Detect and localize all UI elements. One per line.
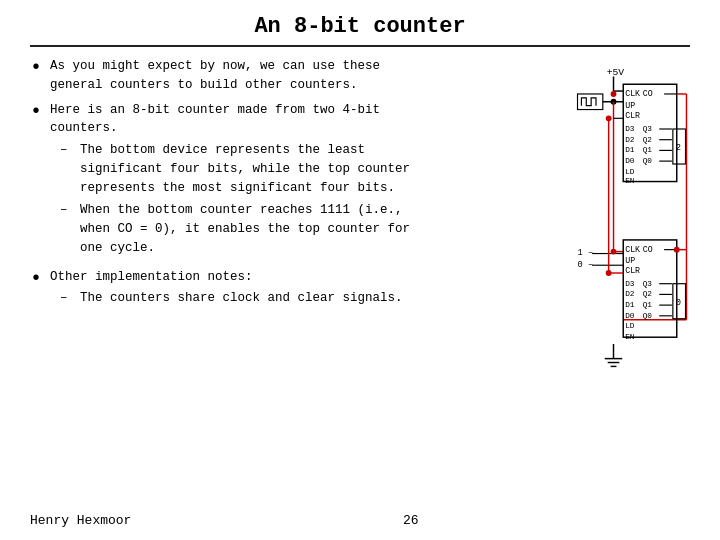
svg-text:D0: D0	[625, 312, 635, 320]
svg-text:UP: UP	[625, 101, 635, 110]
circuit-diagram: +5V CLK CO UP CLR D3 Q3	[430, 57, 690, 417]
svg-text:Q3: Q3	[643, 280, 653, 288]
svg-text:EN: EN	[625, 177, 635, 185]
svg-point-28	[611, 91, 617, 97]
svg-text:Q1: Q1	[643, 301, 653, 309]
sub-list: – The counters share clock and clear sig…	[50, 289, 414, 308]
svg-text:CLK: CLK	[625, 89, 640, 98]
dash-icon: –	[60, 289, 74, 308]
svg-text:D1: D1	[625, 146, 635, 154]
svg-text:Q2: Q2	[643, 290, 653, 298]
svg-text:0 –: 0 –	[578, 260, 594, 270]
svg-point-61	[611, 249, 617, 255]
slide-page: An 8-bit counter • As you might expect b…	[0, 0, 720, 540]
svg-text:D1: D1	[625, 301, 635, 309]
diagram-area: +5V CLK CO UP CLR D3 Q3	[430, 57, 690, 503]
svg-text:Q0: Q0	[643, 312, 653, 320]
svg-text:Q0: Q0	[643, 157, 653, 165]
sub-list-item: – The counters share clock and clear sig…	[60, 289, 414, 308]
svg-text:D3: D3	[625, 125, 635, 133]
bullet-icon: •	[30, 264, 42, 294]
bullet-text-3: Other implementation notes: – The counte…	[50, 268, 414, 313]
svg-text:UP: UP	[625, 256, 635, 265]
sub-list-item: – The bottom device represents the least…	[60, 141, 414, 197]
svg-text:CO: CO	[643, 245, 653, 254]
list-item: • Here is an 8-bit counter made from two…	[30, 101, 414, 262]
footer-page: 26	[403, 513, 419, 528]
text-area: • As you might expect by now, we can use…	[30, 57, 430, 503]
svg-point-67	[606, 270, 612, 276]
sub-list: – The bottom device represents the least…	[50, 141, 414, 258]
main-content: • As you might expect by now, we can use…	[30, 47, 690, 503]
svg-text:LD: LD	[625, 322, 635, 330]
bullet-icon: •	[30, 53, 42, 83]
svg-text:LD: LD	[625, 168, 635, 176]
svg-text:D3: D3	[625, 280, 635, 288]
footer-author: Henry Hexmoor	[30, 513, 131, 528]
svg-text:2: 2	[676, 143, 681, 153]
svg-text:1 –: 1 –	[578, 248, 594, 258]
slide-title: An 8-bit counter	[254, 14, 465, 39]
svg-text:CLR: CLR	[625, 111, 640, 120]
svg-text:D2: D2	[625, 290, 635, 298]
bullet-list: • As you might expect by now, we can use…	[30, 57, 414, 312]
bullet-icon: •	[30, 97, 42, 127]
dash-icon: –	[60, 201, 74, 220]
svg-text:+5V: +5V	[607, 67, 625, 78]
list-item: • Other implementation notes: – The coun…	[30, 268, 414, 313]
svg-text:Q3: Q3	[643, 125, 653, 133]
svg-text:CLR: CLR	[625, 266, 640, 275]
footer: Henry Hexmoor 26	[30, 503, 690, 540]
title-area: An 8-bit counter	[30, 0, 690, 47]
svg-text:CLK: CLK	[625, 245, 640, 254]
bullet-text-2: Here is an 8-bit counter made from two 4…	[50, 101, 414, 262]
svg-text:D0: D0	[625, 157, 635, 165]
list-item: • As you might expect by now, we can use…	[30, 57, 414, 95]
svg-text:0: 0	[676, 298, 681, 308]
svg-text:D2: D2	[625, 136, 635, 144]
bullet-text-1: As you might expect by now, we can use t…	[50, 57, 414, 95]
svg-text:Q1: Q1	[643, 146, 653, 154]
svg-point-66	[606, 115, 612, 121]
sub-list-item: – When the bottom counter reaches 1111 (…	[60, 201, 414, 257]
svg-text:EN: EN	[625, 333, 635, 341]
svg-text:Q2: Q2	[643, 136, 653, 144]
svg-text:CO: CO	[643, 89, 653, 98]
dash-icon: –	[60, 141, 74, 160]
